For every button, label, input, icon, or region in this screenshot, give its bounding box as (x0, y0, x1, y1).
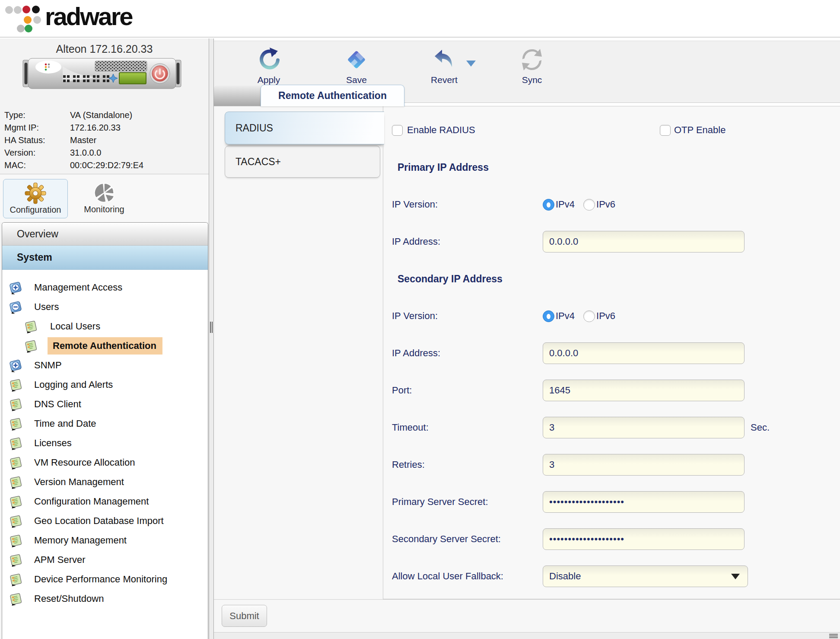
secondary-ip-address-input[interactable] (543, 342, 745, 364)
device-info: Type: VA (Standalone) Mgmt IP: 172.16.20… (0, 109, 209, 172)
tab-strip-stub (214, 86, 261, 106)
mode-tabs: Configuration Monitoring (0, 175, 209, 222)
sidebar-item-reset-shutdown[interactable]: Reset/Shutdown (2, 589, 208, 608)
content-area: RADIUS TACACS+ Enable RADIUS OTP Enable … (214, 106, 840, 639)
secondary-secret-row: Secondary Server Secret: •••••••••••••••… (383, 521, 840, 558)
revert-undo-icon (433, 46, 456, 73)
book-plus-icon (8, 358, 23, 373)
retries-input[interactable] (543, 454, 745, 476)
sidebar-item-local-users[interactable]: Local Users (2, 316, 208, 336)
otp-enable-group: OTP Enable (660, 125, 725, 136)
enable-radius-checkbox[interactable] (392, 125, 403, 136)
radware-logo: radware (3, 2, 176, 36)
tab-configuration[interactable]: Configuration (3, 179, 68, 218)
info-row-mgmt-ip: Mgmt IP: 172.16.20.33 (0, 121, 209, 134)
page-icon (8, 572, 23, 587)
device-panel: Alteon 172.16.20.33 (0, 38, 209, 174)
timeout-row: Timeout: Sec. (383, 409, 840, 446)
resize-grip-icon[interactable] (829, 634, 838, 638)
primary-secret-row: Primary Server Secret: •••••••••••••••••… (383, 483, 840, 521)
page-icon (8, 455, 23, 470)
port-input[interactable] (543, 380, 745, 401)
page-icon (8, 591, 23, 606)
nav-items: Management Access Users Local Users Remo… (2, 270, 208, 608)
sidebar-item-remote-authentication[interactable]: Remote Authentication (2, 336, 208, 355)
page-icon (23, 319, 38, 334)
primary-ip-address-input[interactable] (543, 231, 745, 252)
appliance-image (22, 58, 182, 89)
primary-ipv6-radio[interactable] (583, 199, 595, 211)
primary-ipv4-radio[interactable] (543, 199, 554, 211)
secondary-ipv4-radio[interactable] (543, 310, 554, 322)
sync-arrows-icon (520, 46, 544, 73)
nav-section-system[interactable]: System (2, 246, 208, 270)
tab-configuration-label: Configuration (3, 205, 67, 215)
apply-refresh-icon (257, 46, 280, 73)
info-row-mac: MAC: 00:0C:29:D2:79:E4 (0, 159, 209, 172)
sidebar-item-time-and-date[interactable]: Time and Date (2, 414, 208, 433)
sidebar-item-snmp[interactable]: SNMP (2, 355, 208, 375)
allow-local-user-fallback-select[interactable]: Disable (543, 566, 748, 587)
tab-radius[interactable]: RADIUS (225, 112, 384, 144)
sidebar-item-version-management[interactable]: Version Management (2, 472, 208, 492)
nav-section-overview[interactable]: Overview (2, 223, 208, 246)
sidebar-item-memory-management[interactable]: Memory Management (2, 530, 208, 550)
nav-tree: Overview System Management Access Users … (2, 222, 208, 639)
secondary-server-secret-input[interactable]: •••••••••••••••••••• (543, 528, 745, 550)
timeout-input[interactable] (543, 417, 745, 438)
info-row-type: Type: VA (Standalone) (0, 109, 209, 121)
sidebar-item-dns-client[interactable]: DNS Client (2, 394, 208, 414)
logo-dot (14, 6, 22, 14)
tab-monitoring[interactable]: Monitoring (78, 179, 130, 218)
logo-dot (32, 6, 40, 13)
logo-dot (22, 6, 30, 13)
sidebar-splitter[interactable] (209, 38, 214, 639)
secondary-ipv6-radio[interactable] (583, 310, 595, 322)
secondary-ip-heading: Secondary IP Address (383, 273, 503, 285)
submit-row: Submit (214, 599, 840, 633)
secondary-ip-address-row: IP Address: (383, 335, 840, 372)
secondary-ip-heading-row: Secondary IP Address (383, 260, 840, 297)
info-row-ha-status: HA Status: Master (0, 134, 209, 147)
pie-chart-icon (78, 181, 130, 204)
sidebar-item-users[interactable]: Users (2, 297, 208, 316)
submit-button[interactable]: Submit (222, 605, 267, 627)
page-icon (8, 494, 23, 509)
bottom-status-strip (214, 632, 840, 639)
fallback-row: Allow Local User Fallback: Disable (383, 558, 840, 595)
sidebar-item-logging-and-alerts[interactable]: Logging and Alerts (2, 375, 208, 394)
sidebar-item-apm-server[interactable]: APM Server (2, 550, 208, 569)
sync-button[interactable]: Sync (508, 46, 556, 102)
book-plus-icon (8, 280, 23, 295)
sidebar-item-geo-location-database-import[interactable]: Geo Location Database Import (2, 511, 208, 530)
gear-icon (3, 182, 67, 205)
sidebar-item-management-access[interactable]: Management Access (2, 278, 208, 297)
info-row-version: Version: 31.0.0.0 (0, 147, 209, 159)
sidebar: Alteon 172.16.20.33 (0, 38, 209, 639)
brand-name: radware (45, 2, 132, 31)
logo-dot (17, 25, 25, 32)
sidebar-item-configuration-management[interactable]: Configuration Management (2, 492, 208, 511)
main-area: Apply Save Revert (214, 38, 840, 639)
chevron-down-icon (731, 574, 740, 579)
revert-button[interactable]: Revert (420, 46, 468, 102)
splitter-grip-icon[interactable] (210, 322, 213, 333)
otp-enable-checkbox[interactable] (660, 125, 671, 136)
page-icon (8, 553, 23, 567)
enable-radius-row: Enable RADIUS OTP Enable (383, 112, 840, 149)
primary-server-secret-input[interactable]: •••••••••••••••••••• (543, 491, 745, 513)
page-icon (8, 514, 23, 528)
page-icon (8, 377, 23, 392)
sidebar-item-vm-resource-allocation[interactable]: VM Resource Allocation (2, 453, 208, 472)
page-icon (8, 416, 23, 431)
sidebar-item-licenses[interactable]: Licenses (2, 433, 208, 453)
secondary-ip-version-row: IP Version: IPv4 IPv6 (383, 297, 840, 335)
tab-remote-authentication[interactable]: Remote Authentication (261, 85, 404, 106)
book-minus-icon (8, 300, 23, 314)
primary-ip-heading-row: Primary IP Address (383, 149, 840, 186)
sidebar-item-device-performance-monitoring[interactable]: Device Performance Monitoring (2, 569, 208, 589)
device-title: Alteon 172.16.20.33 (0, 43, 209, 55)
radius-form-panel: Enable RADIUS OTP Enable Primary IP Addr… (383, 106, 840, 599)
tab-tacacs[interactable]: TACACS+ (225, 146, 380, 178)
revert-dropdown-caret-icon[interactable] (466, 61, 476, 67)
